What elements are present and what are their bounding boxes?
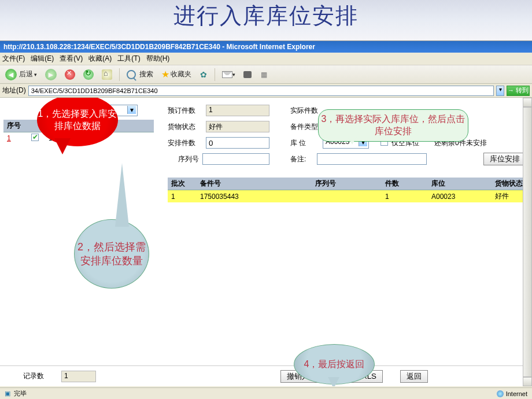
col-status: 货物状态 [492,178,526,190]
loc-label: 库 位 [290,138,319,148]
search-label: 搜索 [139,69,153,79]
cell-serial [312,190,382,203]
globe-icon [497,390,504,397]
scroll-thumb[interactable] [523,107,532,377]
col-serial: 序列号 [312,178,382,190]
scroll-down-icon[interactable] [523,377,532,386]
ie-addressbar: 地址(D) ▾ → 转到 [0,84,532,98]
menu-file[interactable]: 文件(F) [2,54,25,64]
stop-button[interactable] [62,68,78,82]
back-icon: ◄ [5,69,17,80]
serial-input[interactable] [202,153,269,165]
chevron-down-icon: ▾ [34,72,37,77]
status-value: 好件 [206,121,269,132]
back-button-page[interactable]: 返回 [400,370,428,383]
page-content: 序号 合同号 1 ✔ 1750035443 预订件数 1 实际件数 货物状态 [0,98,532,386]
status-flag-icon: ▣ [5,390,10,397]
status-text: 完毕 [14,389,27,398]
vertical-scrollbar[interactable] [523,98,532,386]
refresh-icon [83,69,94,80]
favorites-button[interactable]: ★ 收藏夹 [158,68,194,82]
slide-title: 进行入库库位安排 [0,1,532,31]
menu-tools[interactable]: 工具(T) [117,54,140,64]
edit-button[interactable]: ▦ [257,68,271,82]
records-label: 记录数 [23,371,44,381]
cell-loc: A00023 [428,190,492,203]
back-label: 后退 [19,69,33,79]
star-icon: ★ [161,69,169,80]
serial-label: 序列号 [168,154,199,164]
chevron-down-icon: ▾ [232,72,235,77]
col-qty: 件数 [382,178,428,190]
address-input[interactable] [28,86,494,96]
row-checkbox[interactable]: ✔ [31,134,39,141]
callout-2: 2，然后选择需安排库位数量 [74,219,149,289]
zone-text: Internet [506,390,527,397]
stop-icon [65,69,75,80]
refresh-button[interactable] [80,68,97,82]
status-label: 货物状态 [168,122,202,132]
reserved-label: 预订件数 [168,106,202,116]
print-button[interactable] [241,68,254,82]
dropdown-icon[interactable]: ▾ [496,86,504,96]
print-icon [243,71,252,78]
go-button[interactable]: → 转到 [507,86,530,96]
ie-statusbar: ▣ 完毕 Internet [0,387,532,399]
records-value: 1 [61,371,96,382]
addr-label: 地址(D) [2,86,26,95]
arrange-qty-label: 安排件数 [168,138,202,148]
menu-view[interactable]: 查看(V) [60,54,83,64]
scroll-up-icon[interactable] [523,98,532,107]
search-icon [127,70,136,79]
home-icon [102,69,112,80]
col-spare-no: 备件号 [197,178,312,190]
reserved-value: 1 [206,105,269,116]
callout-4: 4，最后按返回 [294,344,375,385]
search-button[interactable]: 搜索 [124,68,156,82]
col-loc: 库位 [428,178,492,190]
back-button[interactable]: ◄ 后退 ▾ [2,68,40,82]
ie-toolbar: ◄ 后退 ▾ ► 搜索 ★ 收藏夹 ✿ ▾ ▦ [0,65,532,84]
cell-batch: 1 [168,190,197,203]
cell-status: 好件 [492,190,526,203]
fav-label: 收藏夹 [171,69,191,79]
divider [119,68,120,81]
arrange-qty-input[interactable] [206,137,269,149]
callout-3: 3，再选择实际入库库位，然后点击 库位安排 [318,109,468,142]
menu-edit[interactable]: 编辑(E) [31,54,54,64]
ie-title-text: http://210.13.108.228:1234/EXEC/5/3CD1DD… [3,43,315,51]
grid-row[interactable]: 1 1750035443 1 A00023 好件 [168,190,526,203]
ie-titlebar: http://210.13.108.228:1234/EXEC/5/3CD1DD… [0,41,532,53]
divider [215,68,215,81]
menu-fav[interactable]: 收藏(A) [88,54,112,64]
col-seq: 序号 [3,120,28,132]
cell-seq: 1 [3,132,28,145]
col-batch: 批次 [168,178,197,190]
bottom-bar: 记录数 1 撤销入库 导出XLS 返回 [0,365,532,386]
mail-icon [222,71,232,78]
history-icon: ✿ [200,70,207,79]
forward-icon: ► [45,69,57,80]
home-button[interactable] [99,68,115,82]
mail-button[interactable]: ▾ [219,68,238,82]
cell-spare: 1750035443 [197,190,312,203]
data-grid: 批次 备件号 序列号 件数 库位 货物状态 1 1750035443 1 A00… [168,178,526,202]
remark-label: 备注: [290,154,313,164]
menu-help[interactable]: 帮助(H) [146,54,170,64]
edit-icon: ▦ [261,71,267,79]
forward-button[interactable]: ► [42,68,60,82]
zone-indicator: Internet [497,390,527,397]
ie-menubar[interactable]: 文件(F) 编辑(E) 查看(V) 收藏(A) 工具(T) 帮助(H) [0,53,532,65]
arrange-button[interactable]: 库位安排 [483,153,526,165]
ie-window: http://210.13.108.228:1234/EXEC/5/3CD1DD… [0,40,532,399]
remark-input[interactable] [317,153,427,165]
history-button[interactable]: ✿ [197,68,210,82]
cell-qty: 1 [382,190,428,203]
